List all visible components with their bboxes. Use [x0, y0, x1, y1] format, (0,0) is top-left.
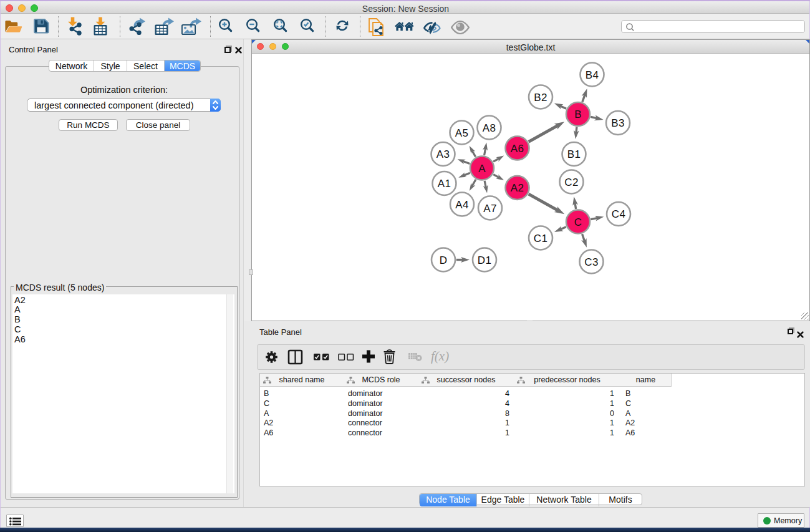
svg-text:C2: C2: [564, 177, 578, 188]
svg-text:C: C: [574, 216, 582, 228]
svg-text:A5: A5: [455, 127, 468, 139]
svg-text:C4: C4: [612, 208, 625, 220]
svg-text:B2: B2: [534, 92, 547, 104]
svg-text:B1: B1: [567, 148, 581, 160]
svg-text:A2: A2: [511, 182, 524, 194]
svg-text:A: A: [478, 163, 486, 175]
svg-text:D: D: [440, 254, 448, 266]
svg-text:A4: A4: [455, 199, 468, 211]
svg-text:A1: A1: [438, 178, 451, 190]
svg-text:B3: B3: [611, 117, 624, 129]
svg-text:C3: C3: [584, 256, 598, 268]
svg-text:A8: A8: [483, 122, 496, 134]
svg-text:A3: A3: [436, 148, 450, 160]
svg-text:B4: B4: [586, 69, 599, 81]
svg-text:A7: A7: [483, 203, 496, 215]
svg-text:B: B: [574, 109, 582, 120]
svg-text:A6: A6: [511, 143, 524, 155]
svg-text:D1: D1: [478, 254, 491, 266]
svg-text:C1: C1: [534, 233, 547, 244]
